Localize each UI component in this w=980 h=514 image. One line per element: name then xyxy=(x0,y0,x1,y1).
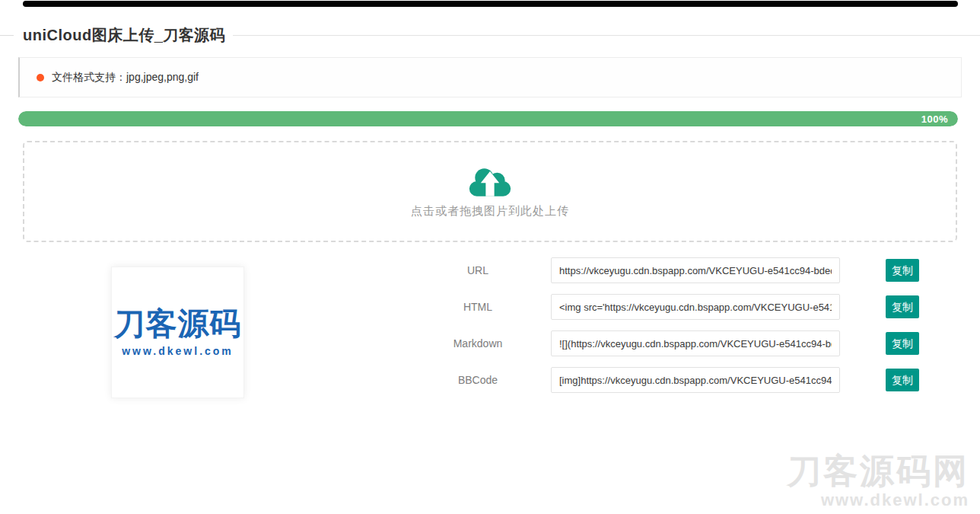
watermark-url: www.dkewl.com xyxy=(787,490,969,510)
bbcode-label: BBCode xyxy=(426,374,530,386)
bbcode-copy-button[interactable]: 复制 xyxy=(886,369,919,391)
html-copy-button[interactable]: 复制 xyxy=(886,295,919,318)
format-notice-text: 文件格式支持：jpg,jpeg,png,gif xyxy=(52,71,199,85)
url-input[interactable] xyxy=(551,257,840,283)
html-label: HTML xyxy=(426,301,530,313)
upload-progress: 100% xyxy=(18,111,958,126)
page-title: uniCloud图床上传_刀客源码 xyxy=(23,25,225,46)
title-divider-right xyxy=(233,35,980,36)
top-bar xyxy=(23,1,958,7)
orange-dot-icon xyxy=(37,74,44,81)
bbcode-row: BBCode 复制 xyxy=(426,362,919,398)
markdown-label: Markdown xyxy=(426,337,530,350)
url-label: URL xyxy=(426,264,530,276)
html-input[interactable] xyxy=(551,294,840,320)
markdown-row: Markdown 复制 xyxy=(426,325,919,362)
markdown-input[interactable] xyxy=(551,330,840,356)
progress-bar: 100% xyxy=(18,111,958,126)
markdown-copy-button[interactable]: 复制 xyxy=(886,332,919,355)
preview-logo-url-text: www.dkewl.com xyxy=(122,345,234,357)
link-format-list: URL 复制 HTML 复制 Markdown 复制 BBCode 复制 xyxy=(426,252,919,398)
format-notice: 文件格式支持：jpg,jpeg,png,gif xyxy=(18,57,962,97)
url-copy-button[interactable]: 复制 xyxy=(886,259,919,282)
html-row: HTML 复制 xyxy=(426,289,919,325)
cloud-upload-icon xyxy=(467,164,513,198)
title-divider-left xyxy=(0,35,14,36)
watermark-title: 刀客源码网 xyxy=(787,454,969,488)
upload-hint-text: 点击或者拖拽图片到此处上传 xyxy=(411,204,569,219)
upload-dropzone[interactable]: 点击或者拖拽图片到此处上传 xyxy=(23,141,957,242)
page-header: uniCloud图床上传_刀客源码 xyxy=(0,25,980,45)
progress-percent-label: 100% xyxy=(921,113,948,125)
uploaded-image-preview: 刀客源码 www.dkewl.com xyxy=(111,267,244,398)
site-watermark: 刀客源码网 www.dkewl.com xyxy=(787,454,969,510)
bbcode-input[interactable] xyxy=(551,367,840,393)
preview-logo-text: 刀客源码 xyxy=(114,308,242,340)
url-row: URL 复制 xyxy=(426,252,919,289)
